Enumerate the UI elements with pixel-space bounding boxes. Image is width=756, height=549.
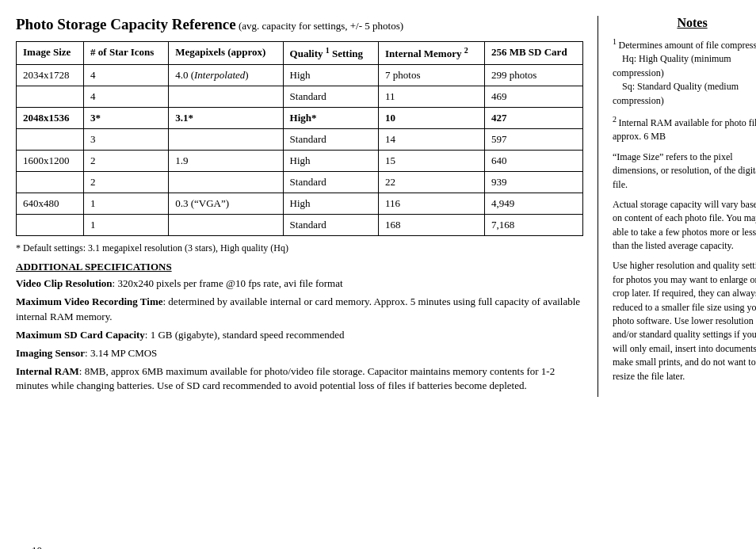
table-cell: High — [283, 193, 378, 215]
col-sd: 256 MB SD Card — [484, 42, 582, 65]
table-cell: 2034x1728 — [17, 65, 84, 86]
table-row: 2034x172844.0 (Interpolated)High7 photos… — [17, 65, 583, 86]
table-cell: 3* — [84, 108, 169, 129]
table-cell: High — [283, 65, 378, 86]
spec-item: Maximum SD Card Capacity: 1 GB (gigabyte… — [16, 328, 583, 343]
notes-sidebar: Notes 1 Determines amount of file compre… — [598, 16, 756, 397]
col-star-icons: # of Star Icons — [84, 42, 169, 65]
col-internal: Internal Memory 2 — [379, 42, 485, 65]
page-title-note: (avg. capacity for settings, +/- 5 photo… — [239, 20, 403, 32]
spec-item: Imaging Sensor: 3.14 MP CMOS — [16, 346, 583, 361]
table-row: 2Standard22939 — [17, 172, 583, 193]
spec-item: Internal RAM: 8MB, approx 6MB maximum av… — [16, 364, 583, 395]
table-cell: 1 — [84, 193, 169, 215]
table-cell: 427 — [484, 108, 582, 129]
table-cell: 597 — [484, 129, 582, 151]
table-cell: 14 — [379, 129, 485, 151]
table-footnote: * Default settings: 3.1 megapixel resolu… — [16, 242, 583, 254]
table-cell: Standard — [283, 172, 378, 193]
sidebar-note: “Image Size” refers to the pixel dimensi… — [613, 151, 756, 192]
additional-specs: ADDITIONAL SPECIFICATIONS Video Clip Res… — [16, 261, 583, 394]
table-cell: Standard — [283, 129, 378, 151]
table-cell: High* — [283, 108, 378, 129]
table-row: 4Standard11469 — [17, 86, 583, 108]
page-title: Photo Storage Capacity Reference — [16, 16, 236, 32]
notes-title: Notes — [613, 16, 756, 30]
table-cell: Standard — [283, 215, 378, 236]
table-cell: 10 — [379, 108, 485, 129]
table-cell: 4 — [84, 65, 169, 86]
spec-item: Video Clip Resolution: 320x240 pixels pe… — [16, 276, 583, 292]
table-cell: 640x480 — [17, 193, 84, 215]
col-image-size: Image Size — [17, 42, 84, 65]
spec-item: Maximum Video Recording Time: determined… — [16, 295, 583, 325]
sidebar-note: 1 Determines amount of file compression:… — [613, 36, 756, 108]
table-cell: 640 — [484, 151, 582, 172]
table-cell: 22 — [379, 172, 485, 193]
table-cell: 7,168 — [484, 215, 582, 236]
table-cell: 299 photos — [484, 65, 582, 86]
table-row: 3Standard14597 — [17, 129, 583, 151]
table-cell: 2 — [84, 151, 169, 172]
table-cell: 1 — [84, 215, 169, 236]
table-cell: 3.1* — [169, 108, 283, 129]
sidebar-note: 2 Internal RAM available for photo files… — [613, 114, 756, 144]
table-cell: 168 — [379, 215, 485, 236]
table-cell — [169, 215, 283, 236]
main-content: Photo Storage Capacity Reference (avg. c… — [16, 16, 598, 397]
table-cell: 116 — [379, 193, 485, 215]
table-cell: 469 — [484, 86, 582, 108]
page-number: 10 — [32, 544, 42, 549]
table-row: 640x48010.3 (“VGA”)High1164,949 — [17, 193, 583, 215]
table-cell: High — [283, 151, 378, 172]
table-cell: 7 photos — [379, 65, 485, 86]
table-row: 1Standard1687,168 — [17, 215, 583, 236]
table-cell: 4 — [84, 86, 169, 108]
col-quality: Quality 1 Setting — [283, 42, 378, 65]
table-row: 1600x120021.9High15640 — [17, 151, 583, 172]
table-cell — [17, 86, 84, 108]
table-cell — [17, 215, 84, 236]
table-cell — [169, 86, 283, 108]
table-cell: 3 — [84, 129, 169, 151]
sidebar-note: Actual storage capacity will vary based … — [613, 198, 756, 254]
table-cell — [169, 172, 283, 193]
table-cell: 1.9 — [169, 151, 283, 172]
table-row: 2048x15363*3.1*High*10427 — [17, 108, 583, 129]
table-cell: 15 — [379, 151, 485, 172]
table-cell: 1600x1200 — [17, 151, 84, 172]
table-cell: 939 — [484, 172, 582, 193]
table-cell: 0.3 (“VGA”) — [169, 193, 283, 215]
table-cell: Standard — [283, 86, 378, 108]
table-cell: 4,949 — [484, 193, 582, 215]
capacity-table: Image Size # of Star Icons Megapixels (a… — [16, 41, 583, 236]
sidebar-note: Use higher resolution and quality settin… — [613, 259, 756, 383]
table-cell — [169, 129, 283, 151]
table-cell: 2 — [84, 172, 169, 193]
additional-specs-heading: ADDITIONAL SPECIFICATIONS — [16, 261, 583, 273]
table-cell — [17, 129, 84, 151]
table-cell: 4.0 (Interpolated) — [169, 65, 283, 86]
table-cell: 2048x1536 — [17, 108, 84, 129]
table-cell — [17, 172, 84, 193]
table-cell: 11 — [379, 86, 485, 108]
col-megapixels: Megapixels (approx) — [169, 42, 283, 65]
